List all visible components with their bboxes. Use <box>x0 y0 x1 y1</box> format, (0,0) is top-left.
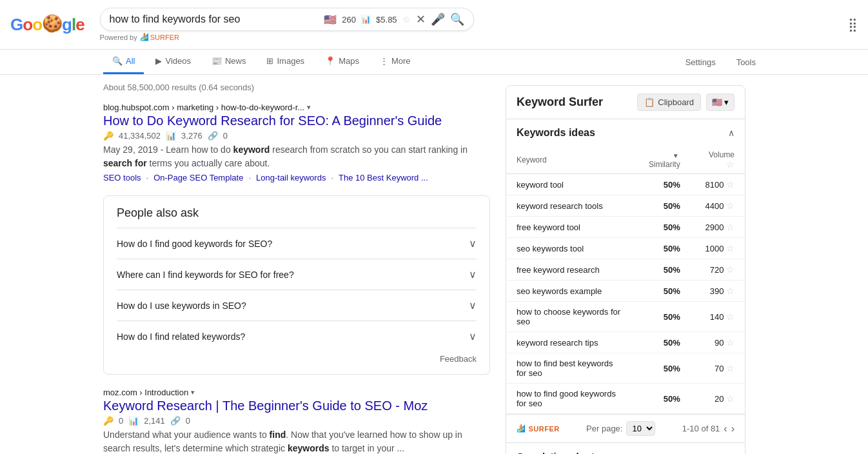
kw-star-3[interactable]: ☆ <box>726 243 735 253</box>
tab-videos[interactable]: ▶ Videos <box>146 50 200 74</box>
result-title[interactable]: How to Do Keyword Research for SEO: A Be… <box>103 114 490 128</box>
result-title-2[interactable]: Keyword Research | The Beginner's Guide … <box>103 399 490 413</box>
kw-star-9[interactable]: ☆ <box>726 393 735 404</box>
kw-keyword-text: free keyword research <box>517 265 600 275</box>
snippet-text: - Learn how to do keyword research from … <box>103 144 468 168</box>
sidebar-title: Keyword Surfer <box>517 95 603 109</box>
kw-keyword-text: how to choose keywords for seo <box>517 307 620 326</box>
kw-keyword-cell: free keyword research <box>506 259 631 281</box>
keyword-row: free keyword tool 50% 2900 ☆ <box>506 217 745 238</box>
google-logo[interactable]: Goo🍪gle <box>10 15 84 35</box>
next-page-button[interactable]: › <box>731 423 735 435</box>
prev-page-button[interactable]: ‹ <box>724 423 727 435</box>
result-meta-2: 🔑 0 📊 2,141 🔗 0 <box>103 416 490 426</box>
star-icon[interactable]: ☆ <box>402 14 411 25</box>
kw-volume-value: 140 <box>710 312 724 322</box>
kw-keyword-text: keyword research tips <box>517 338 598 348</box>
clipboard-button[interactable]: 📋 Clipboard <box>637 94 701 111</box>
related-link-2[interactable]: On-Page SEO Template <box>153 173 243 183</box>
more-icon: ⋮ <box>380 56 388 66</box>
col-volume-label: Volume <box>709 150 735 159</box>
sep3: · <box>331 173 333 183</box>
tab-more[interactable]: ⋮ More <box>371 50 420 74</box>
kw-keyword-text: free keyword tool <box>517 222 580 232</box>
col-similarity-header[interactable]: ▼ Similarity <box>631 146 691 174</box>
nav-tabs: 🔍 All ▶ Videos 📰 News ⊞ Images 📍 Maps ⋮ … <box>0 50 868 75</box>
kw-star-1[interactable]: ☆ <box>726 201 735 211</box>
keyword-row: seo keywords tool 50% 1000 ☆ <box>506 238 745 259</box>
volume-star-header[interactable]: ☆ <box>726 159 735 170</box>
paa-item-4[interactable]: How do I find related keywords? ∨ <box>117 321 477 351</box>
chart-icon: 📊 <box>166 131 176 141</box>
paa-item-1[interactable]: How do I find good keywords for SEO? ∨ <box>117 228 477 259</box>
sep2: · <box>248 173 251 183</box>
kw-star-5[interactable]: ☆ <box>726 286 735 296</box>
kw-similarity-cell: 50% <box>631 332 691 353</box>
kw-similarity-value: 50% <box>664 394 680 404</box>
kw-keyword-cell: how to find good keywords for seo <box>506 384 631 414</box>
keywords-toggle[interactable]: ∧ <box>728 128 735 138</box>
kw-star-2[interactable]: ☆ <box>726 222 735 232</box>
keyword-row: keyword research tips 50% 90 ☆ <box>506 332 745 353</box>
kw-star-7[interactable]: ☆ <box>726 337 735 348</box>
settings-link[interactable]: Settings <box>676 51 725 74</box>
snippet-bold1: keyword <box>233 144 270 155</box>
result-url: blog.hubspot.com › marketing › how-to-do… <box>103 103 490 112</box>
keywords-footer: 🏄 SURFER Per page: 10 20 50 1-10 of 81 <box>506 414 745 442</box>
correlation-header[interactable]: Correlation charts ∨ <box>506 443 745 454</box>
clipboard-label: Clipboard <box>658 97 694 107</box>
kw-star-6[interactable]: ☆ <box>726 311 735 322</box>
paa-question-2: Where can I find keywords for SEO for fr… <box>117 270 294 280</box>
sort-arrow: ▼ <box>673 152 679 159</box>
kw-similarity-value: 50% <box>664 265 680 275</box>
related-link-4[interactable]: The 10 Best Keyword ... <box>339 173 428 183</box>
clear-button[interactable]: ✕ <box>416 12 426 26</box>
sidebar-actions: 📋 Clipboard 🇺🇸 ▾ <box>637 94 735 111</box>
result-url-dropdown[interactable]: ▾ <box>307 103 311 112</box>
meta-chart-value: 3,276 <box>181 131 202 141</box>
meta-link-value-2: 0 <box>186 416 190 426</box>
kw-star-8[interactable]: ☆ <box>726 363 735 373</box>
tab-maps[interactable]: 📍 Maps <box>316 50 368 74</box>
per-page-select[interactable]: 10 20 50 <box>626 421 655 436</box>
tab-news-label: News <box>225 56 246 66</box>
per-page-control: Per page: 10 20 50 <box>586 421 655 436</box>
related-link-1[interactable]: SEO tools <box>103 173 141 183</box>
search-button[interactable]: 🔍 <box>450 12 464 26</box>
kw-similarity-cell: 50% <box>631 281 691 302</box>
main-content: About 58,500,000 results (0.64 seconds) … <box>0 75 868 454</box>
tab-images-label: Images <box>277 56 304 66</box>
kw-similarity-value: 50% <box>664 364 680 373</box>
meta-link-value: 0 <box>223 131 228 141</box>
kw-star-0[interactable]: ☆ <box>726 179 735 190</box>
related-link-3[interactable]: Long-tail keywords <box>256 173 326 183</box>
kw-volume-cell: 8100 ☆ <box>691 174 745 195</box>
kw-similarity-cell: 50% <box>631 238 691 259</box>
keyword-row: how to find good keywords for seo 50% 20… <box>506 384 745 414</box>
paa-item-2[interactable]: Where can I find keywords for SEO for fr… <box>117 259 477 290</box>
logo-g: G <box>10 15 23 35</box>
tools-link[interactable]: Tools <box>727 51 765 74</box>
mic-icon[interactable]: 🎤 <box>431 12 445 26</box>
surfer-brand: 🏄 SURFER <box>517 424 560 433</box>
meta-chart-value-2: 2,141 <box>144 416 165 426</box>
grid-icon[interactable]: ⣿ <box>848 17 858 32</box>
tab-news[interactable]: 📰 News <box>202 50 255 74</box>
tab-images[interactable]: ⊞ Images <box>257 50 313 74</box>
kw-similarity-cell: 50% <box>631 217 691 238</box>
search-bar[interactable]: 🇺🇸 260 📊 $5.85 ☆ ✕ 🎤 🔍 <box>100 8 474 31</box>
paa-question-4: How do I find related keywords? <box>117 331 245 342</box>
results-column: About 58,500,000 results (0.64 seconds) … <box>0 75 490 454</box>
logo-o1: o <box>23 15 32 35</box>
paa-item-3[interactable]: How do I use keywords in SEO? ∨ <box>117 290 477 321</box>
search-input[interactable] <box>110 14 319 25</box>
kw-volume-cell: 70 ☆ <box>691 353 745 384</box>
flag-button[interactable]: 🇺🇸 ▾ <box>706 94 735 111</box>
flag-icon: 🇺🇸 <box>324 14 337 26</box>
result-url-dropdown-2[interactable]: ▾ <box>191 388 195 397</box>
flag-icon-sidebar: 🇺🇸 <box>712 97 722 107</box>
kw-star-4[interactable]: ☆ <box>726 264 735 275</box>
kw-volume-value: 20 <box>715 394 724 404</box>
tab-all[interactable]: 🔍 All <box>103 50 144 74</box>
correlation-toggle[interactable]: ∨ <box>728 451 735 455</box>
